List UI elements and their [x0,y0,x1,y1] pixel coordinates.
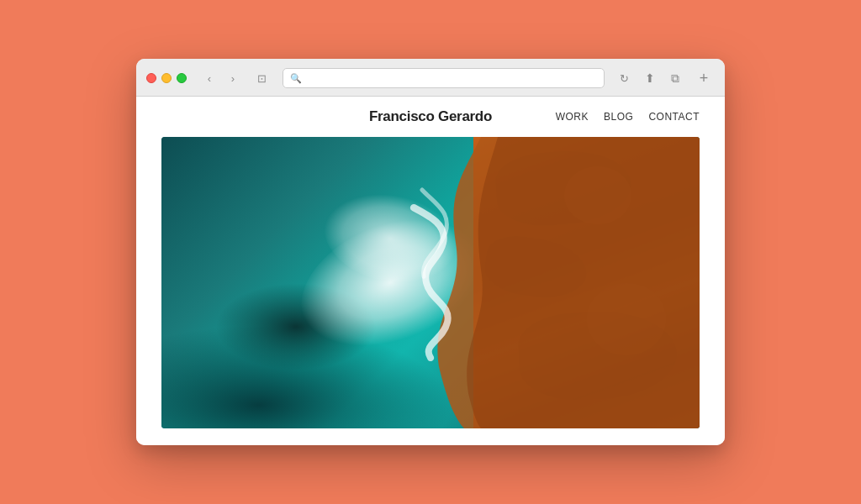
add-tab-button[interactable]: + [693,67,715,89]
rocks-area [473,137,700,428]
back-button[interactable]: ‹ [198,70,220,87]
nav-item-work[interactable]: WORK [556,111,589,123]
forward-button[interactable]: › [222,70,244,87]
hero-canvas [161,137,700,428]
reload-button[interactable]: ↻ [620,72,629,85]
site-nav: WORK BLOG CONTACT [556,111,700,123]
hero-image [161,137,700,428]
maximize-button[interactable] [177,73,187,83]
share-button[interactable]: ⬆ [639,70,661,87]
browser-actions: ⬆ ⧉ [639,70,686,87]
nav-buttons: ‹ › [198,70,244,87]
nav-item-blog[interactable]: BLOG [604,111,633,123]
sidebar-button[interactable]: ⊡ [252,70,271,87]
nav-item-contact[interactable]: CONTACT [648,111,700,123]
traffic-lights [146,73,187,83]
website-content: Francisco Gerardo WORK BLOG CONTACT [136,97,725,445]
search-icon: 🔍 [290,73,302,84]
tabs-button[interactable]: ⧉ [664,70,686,87]
rock-highlight-1 [564,166,632,224]
browser-window: ‹ › ⊡ 🔍 ↻ ⬆ ⧉ + Francisco Gerardo WORK B… [136,59,725,445]
browser-chrome: ‹ › ⊡ 🔍 ↻ ⬆ ⧉ + [136,59,725,97]
site-logo: Francisco Gerardo [369,108,492,125]
rock-highlight-2 [587,283,666,356]
close-button[interactable] [146,73,156,83]
address-bar[interactable]: 🔍 [283,68,605,88]
site-header: Francisco Gerardo WORK BLOG CONTACT [136,97,725,137]
minimize-button[interactable] [161,73,172,83]
